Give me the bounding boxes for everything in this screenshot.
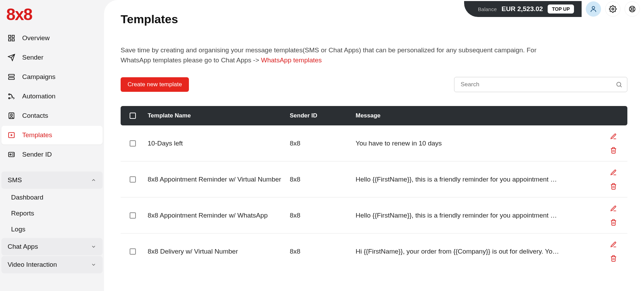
sidebar-item-sender-id[interactable]: Sender ID [1, 145, 103, 164]
section-sms[interactable]: SMS [1, 171, 103, 189]
edit-icon[interactable] [610, 133, 617, 140]
svg-rect-3 [12, 39, 14, 41]
search-icon [616, 81, 623, 88]
edit-icon[interactable] [610, 241, 617, 248]
sidebar-item-templates[interactable]: Templates [1, 126, 103, 144]
svg-rect-1 [12, 35, 14, 37]
cell-sender-id: 8x8 [287, 176, 353, 183]
server-icon [7, 72, 16, 81]
sidebar: 8x8 Overview Sender Campaigns Automation [0, 0, 104, 291]
edit-icon[interactable] [610, 169, 617, 176]
topup-button[interactable]: TOP UP [548, 5, 574, 14]
cell-message: Hello {{FirstName}}, this is a friendly … [353, 212, 600, 219]
cell-message: Hello {{FirstName}}, this is a friendly … [353, 176, 600, 183]
template-icon [7, 131, 16, 140]
svg-point-13 [592, 7, 594, 9]
section-chat-apps[interactable]: Chat Apps [1, 238, 103, 255]
balance-pill: Balance EUR 2,523.02 TOP UP [464, 1, 582, 17]
sidebar-item-automation[interactable]: Automation [1, 87, 103, 106]
row-checkbox[interactable] [130, 140, 136, 147]
page-description: Save time by creating and organising you… [121, 45, 537, 65]
cell-template-name: 8x8 Delivery w/ Virtual Number [145, 248, 287, 255]
sidebar-item-sender[interactable]: Sender [1, 48, 103, 67]
logo: 8x8 [0, 0, 104, 27]
col-message: Message [353, 112, 600, 119]
chevron-down-icon [91, 244, 96, 249]
sidebar-item-label: Sender [22, 54, 43, 61]
primary-nav: Overview Sender Campaigns Automation Con… [0, 27, 104, 166]
table-row: 8x8 Delivery w/ Virtual Number 8x8 Hi {{… [121, 233, 627, 270]
send-icon [7, 53, 16, 62]
table-row: 10-Days left 8x8 You have to renew in 10… [121, 125, 627, 161]
settings-button[interactable] [605, 1, 620, 17]
cell-message: You have to renew in 10 days [353, 140, 600, 147]
topbar: Balance EUR 2,523.02 TOP UP [464, 0, 644, 18]
search-input[interactable] [454, 77, 627, 92]
table-row: 8x8 Appointment Reminder w/ WhatsApp 8x8… [121, 197, 627, 233]
section-video[interactable]: Video Interaction [1, 256, 103, 273]
sidebar-item-label: Contacts [22, 112, 48, 120]
edit-icon[interactable] [610, 205, 617, 212]
sidebar-item-label: Overview [22, 34, 50, 42]
user-button[interactable] [586, 1, 601, 17]
col-sender-id: Sender ID [287, 112, 353, 119]
delete-icon[interactable] [610, 183, 617, 190]
svg-point-17 [617, 82, 621, 86]
svg-rect-0 [9, 35, 11, 37]
row-checkbox[interactable] [130, 176, 136, 183]
user-icon [590, 5, 597, 13]
subnav-dashboard[interactable]: Dashboard [0, 189, 104, 205]
gear-icon [609, 5, 617, 13]
svg-point-9 [10, 114, 12, 116]
svg-point-14 [612, 8, 614, 10]
sidebar-item-campaigns[interactable]: Campaigns [1, 68, 103, 86]
section-label: Video Interaction [8, 261, 57, 268]
help-icon [628, 5, 636, 13]
balance-amount: EUR 2,523.02 [502, 5, 543, 13]
cell-template-name: 8x8 Appointment Reminder w/ WhatsApp [145, 212, 287, 219]
chevron-down-icon [91, 262, 96, 267]
svg-rect-2 [9, 39, 11, 41]
balance-label: Balance [478, 6, 497, 12]
col-template-name: Template Name [145, 112, 287, 119]
delete-icon[interactable] [610, 255, 617, 262]
cell-sender-id: 8x8 [287, 212, 353, 219]
grid-icon [7, 34, 16, 43]
toolbar: Create new template [121, 77, 627, 92]
svg-rect-5 [9, 78, 15, 80]
section-label: Chat Apps [8, 243, 38, 250]
contact-icon [7, 111, 16, 120]
help-button[interactable] [625, 1, 640, 17]
sms-subnav: Dashboard Reports Logs [0, 189, 104, 237]
sidebar-item-contacts[interactable]: Contacts [1, 106, 103, 125]
table-header: Template Name Sender ID Message [121, 106, 627, 125]
desc-text: Save time by creating and organising you… [121, 46, 537, 64]
main: Balance EUR 2,523.02 TOP UP Templates Sa… [104, 0, 644, 291]
svg-point-6 [9, 94, 10, 95]
search-wrap [454, 77, 627, 92]
cell-template-name: 10-Days left [145, 140, 287, 147]
subnav-logs[interactable]: Logs [0, 221, 104, 237]
sidebar-item-label: Automation [22, 92, 55, 100]
sidebar-item-label: Sender ID [22, 151, 52, 158]
table-row: 8x8 Appointment Reminder w/ Virtual Numb… [121, 161, 627, 197]
svg-point-7 [9, 98, 10, 99]
cell-sender-id: 8x8 [287, 248, 353, 255]
content: Templates Save time by creating and orga… [104, 0, 644, 282]
delete-icon[interactable] [610, 219, 617, 226]
subnav-reports[interactable]: Reports [0, 205, 104, 221]
select-all-checkbox[interactable] [130, 113, 136, 119]
row-checkbox[interactable] [130, 248, 136, 255]
section-label: SMS [8, 176, 22, 184]
whatsapp-templates-link[interactable]: WhatsApp templates [261, 56, 322, 64]
svg-point-16 [631, 8, 633, 10]
sidebar-item-label: Campaigns [22, 73, 55, 81]
sidebar-item-overview[interactable]: Overview [1, 29, 103, 47]
row-checkbox[interactable] [130, 212, 136, 219]
templates-table: Template Name Sender ID Message 10-Days … [121, 106, 627, 270]
delete-icon[interactable] [610, 147, 617, 154]
svg-rect-4 [9, 74, 15, 77]
id-icon [7, 150, 16, 159]
create-template-button[interactable]: Create new template [121, 77, 189, 92]
chevron-up-icon [91, 177, 96, 183]
